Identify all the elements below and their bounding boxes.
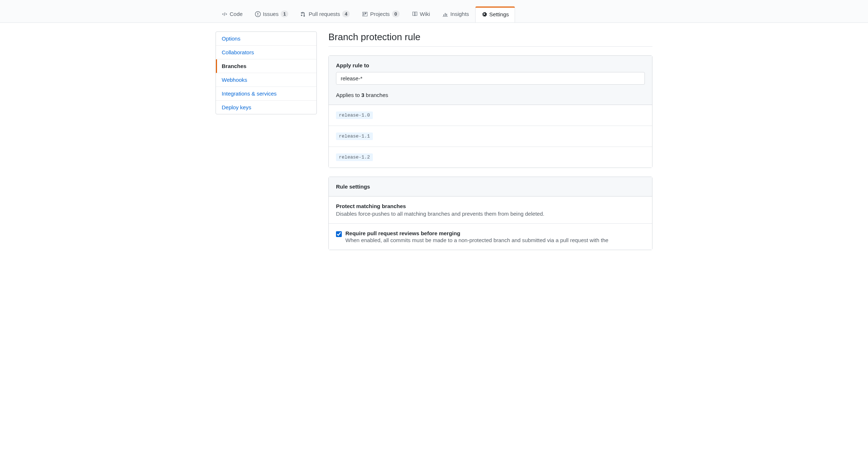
tab-label: Code [230, 11, 243, 17]
branch-row: release-1.2 [329, 147, 652, 168]
tab-label: Wiki [420, 11, 430, 17]
page-title: Branch protection rule [328, 31, 652, 47]
branch-row: release-1.0 [329, 105, 652, 126]
rule-settings-header: Rule settings [336, 183, 645, 190]
tab-projects[interactable]: Projects 0 [356, 6, 405, 22]
apply-rule-box: Apply rule to Applies to 3 branches rele… [328, 55, 652, 168]
tab-label: Insights [450, 11, 469, 17]
tab-counter: 4 [342, 10, 350, 17]
tab-code[interactable]: Code [216, 6, 249, 22]
rule-settings-box: Rule settings Protect matching branches … [328, 177, 652, 250]
require-reviews-label: Require pull request reviews before merg… [345, 230, 608, 236]
apply-rule-label: Apply rule to [336, 62, 645, 68]
sidebar-item-deploy-keys[interactable]: Deploy keys [216, 101, 316, 114]
applies-to-text: Applies to 3 branches [336, 92, 645, 98]
tab-settings[interactable]: Settings [475, 7, 515, 22]
settings-sidebar: Options Collaborators Branches Webhooks … [216, 31, 317, 259]
gear-icon [481, 11, 487, 17]
protect-title: Protect matching branches [336, 203, 645, 209]
pull-request-icon [301, 11, 306, 17]
sidebar-item-integrations[interactable]: Integrations & services [216, 87, 316, 101]
protect-desc: Disables force-pushes to all matching br… [336, 211, 645, 217]
sidebar-item-options[interactable]: Options [216, 32, 316, 46]
projects-icon [362, 11, 368, 17]
require-reviews-desc: When enabled, all commits must be made t… [345, 237, 608, 243]
tab-label: Settings [489, 11, 509, 17]
sidebar-item-collaborators[interactable]: Collaborators [216, 46, 316, 59]
graph-icon [442, 11, 448, 17]
tab-wiki[interactable]: Wiki [406, 6, 436, 22]
sidebar-item-branches[interactable]: Branches [216, 59, 316, 73]
sidebar-item-webhooks[interactable]: Webhooks [216, 73, 316, 87]
branch-tag: release-1.0 [336, 111, 373, 119]
tab-counter: 0 [392, 10, 400, 17]
branch-tag: release-1.1 [336, 132, 373, 140]
book-icon [412, 11, 418, 17]
repo-tabs: Code Issues 1 Pull requests 4 Projects 0… [210, 6, 658, 22]
require-reviews-row: Require pull request reviews before merg… [329, 224, 652, 250]
tab-pull-requests[interactable]: Pull requests 4 [294, 6, 356, 22]
protect-branches-row: Protect matching branches Disables force… [329, 197, 652, 224]
tab-label: Issues [263, 11, 278, 17]
tab-insights[interactable]: Insights [436, 6, 475, 22]
tab-counter: 1 [281, 10, 288, 17]
tab-issues[interactable]: Issues 1 [249, 6, 295, 22]
code-icon [222, 11, 227, 17]
tab-label: Pull requests [309, 11, 340, 17]
branch-row: release-1.1 [329, 126, 652, 147]
tab-label: Projects [370, 11, 390, 17]
issue-icon [255, 11, 261, 17]
require-reviews-checkbox[interactable] [336, 231, 342, 237]
apply-rule-input[interactable] [336, 72, 645, 85]
branch-tag: release-1.2 [336, 153, 373, 161]
